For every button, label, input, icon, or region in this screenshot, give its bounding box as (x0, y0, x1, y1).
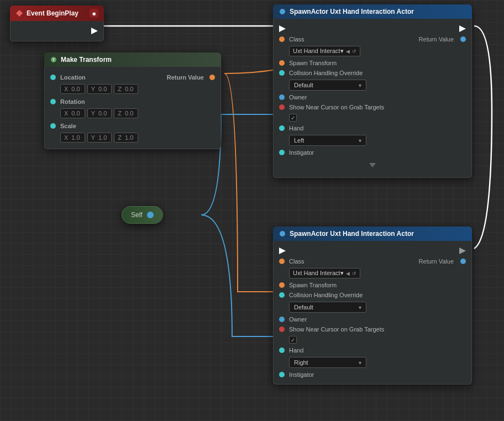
spawn2-show-near-pin[interactable] (279, 327, 285, 332)
spawn2-class-dropdown[interactable]: Uxt Hand Interact▾ ◀ ↺ (289, 268, 360, 278)
spawn2-checkbox[interactable]: ✓ (289, 336, 297, 344)
spawn1-owner-pin[interactable] (279, 94, 285, 100)
spawn2-transform-pin[interactable] (279, 282, 285, 288)
spawn1-show-near-input-row: ✓ (274, 112, 471, 123)
location-z-label: Z (118, 86, 122, 92)
spawn1-exec-out[interactable] (459, 25, 466, 32)
spawn2-class-pin[interactable] (279, 259, 285, 264)
rotation-y-input[interactable]: Y 0.0 (87, 108, 112, 118)
rotation-z-label: Z (118, 110, 122, 117)
event-begin-play-title: Event BeginPlay (27, 9, 78, 17)
spawn1-transform-row: Spawn Transform (274, 58, 471, 68)
spawn1-transform-pin[interactable] (279, 60, 285, 66)
make-transform-body: Location Return Value X 0.0 Y 0.0 Z 0.0 … (44, 67, 221, 149)
spawn2-class-reset-icon[interactable]: ↺ (352, 271, 356, 276)
spawn1-owner-row: Owner (274, 92, 471, 102)
spawn2-collision-label: Collision Handling Override (289, 292, 363, 298)
location-y-input[interactable]: Y 0.0 (87, 84, 112, 94)
spawn1-hand-label-row: Hand (274, 123, 471, 133)
spawn1-instigator-pin[interactable] (279, 150, 285, 155)
location-z-input[interactable]: Z 0.0 (114, 84, 138, 94)
spawn2-return-value-pin[interactable] (460, 259, 466, 264)
spawn1-hand-pin[interactable] (279, 125, 285, 131)
svg-point-3 (280, 9, 285, 14)
spawn2-show-near-label: Show Near Cursor on Grab Targets (289, 326, 384, 333)
rotation-x-input[interactable]: X 0.0 (60, 108, 85, 118)
exec-output-pin[interactable] (91, 28, 98, 34)
return-value-pin[interactable] (209, 75, 215, 80)
rotation-z-input[interactable]: Z 0.0 (114, 108, 138, 118)
event-icon (15, 9, 23, 17)
make-transform-node: T Make Transform Location Return Value X… (44, 52, 221, 149)
spawn1-owner-label: Owner (289, 94, 307, 101)
spawn1-exec-in[interactable] (279, 25, 286, 32)
spawn2-hand-label-row: Hand (274, 345, 471, 355)
rotation-label-row: Rotation (45, 96, 221, 107)
location-y-value: 0.0 (98, 86, 107, 92)
spawn2-owner-pin[interactable] (279, 317, 285, 322)
scale-y-label: Y (91, 134, 95, 141)
spawn1-class-dropdown[interactable]: Uxt Hand Interact▾ ◀ ↺ (289, 46, 360, 56)
spawn1-hand-dropdown[interactable]: Left ▾ (289, 135, 366, 146)
scale-z-input[interactable]: Z 1.0 (114, 133, 138, 143)
scale-input-pin[interactable] (50, 123, 56, 129)
self-node: Self (122, 206, 163, 224)
rotation-x-value: 0.0 (71, 110, 80, 117)
spawn2-exec-in[interactable] (279, 248, 286, 254)
svg-marker-0 (16, 10, 23, 17)
spawn-icon-2 (279, 230, 286, 238)
spawn1-collision-pin[interactable] (279, 70, 285, 76)
event-begin-play-body (10, 21, 104, 41)
close-button[interactable]: ■ (90, 9, 98, 18)
spawn-icon-1 (279, 8, 286, 15)
spawn2-exec-out[interactable] (459, 248, 466, 254)
spawn2-instigator-pin[interactable] (279, 372, 285, 377)
location-label-row: Location Return Value (45, 71, 221, 82)
spawn1-class-reset-icon[interactable]: ↺ (352, 49, 356, 54)
spawn1-class-pin[interactable] (279, 36, 285, 42)
location-x-input[interactable]: X 0.0 (60, 84, 85, 94)
scale-x-value: 1.0 (71, 134, 80, 141)
spawn1-return-value-pin[interactable] (460, 36, 466, 42)
spawn1-exec-row (274, 23, 471, 34)
location-z-value: 0.0 (125, 86, 133, 92)
spawn1-expand-icon[interactable] (369, 163, 376, 167)
rotation-y-value: 0.0 (98, 110, 107, 117)
location-input-pin[interactable] (50, 75, 56, 80)
spawn2-return-value-label: Return Value (419, 258, 454, 265)
make-transform-header: T Make Transform (44, 52, 221, 67)
rotation-label: Rotation (60, 98, 85, 105)
spawn1-class-input-row: Uxt Hand Interact▾ ◀ ↺ (274, 44, 471, 58)
spawn1-collision-dropdown[interactable]: Default ▾ (289, 80, 366, 91)
rotation-input-pin[interactable] (50, 99, 56, 104)
spawn1-show-near-pin[interactable] (279, 104, 285, 110)
self-label: Self (131, 211, 143, 219)
scale-y-input[interactable]: Y 1.0 (87, 133, 112, 143)
spawn2-collision-pin[interactable] (279, 292, 285, 298)
scale-label: Scale (60, 123, 76, 129)
location-x-value: 0.0 (71, 86, 80, 92)
self-output-pin[interactable] (147, 212, 154, 218)
scale-z-label: Z (118, 134, 122, 141)
return-value-label: Return Value (167, 74, 204, 81)
spawn2-collision-value: Default (294, 304, 313, 311)
spawn2-hand-arrow-icon: ▾ (359, 360, 361, 366)
spawn2-class-input-row: Uxt Hand Interact▾ ◀ ↺ (274, 266, 471, 280)
spawn2-transform-row: Spawn Transform (274, 280, 471, 290)
spawn2-collision-arrow-icon: ▾ (359, 304, 361, 311)
svg-point-4 (280, 231, 285, 236)
spawn1-class-value: Uxt Hand Interact▾ (293, 48, 344, 55)
spawn1-checkbox[interactable]: ✓ (289, 114, 297, 122)
spawn2-class-arrow-icon[interactable]: ◀ (346, 271, 350, 276)
spawn1-instigator-label: Instigator (289, 149, 314, 156)
location-y-label: Y (91, 86, 95, 92)
spawn2-hand-value: Right (294, 359, 308, 366)
scale-x-input[interactable]: X 1.0 (60, 133, 85, 143)
spawn1-instigator-row: Instigator (274, 148, 471, 157)
spawn2-hand-dropdown[interactable]: Right ▾ (289, 357, 366, 368)
spawn1-class-arrow-icon[interactable]: ◀ (346, 49, 350, 54)
spawn2-hand-pin[interactable] (279, 348, 285, 353)
spawn2-collision-dropdown[interactable]: Default ▾ (289, 302, 366, 313)
spawn2-hand-label: Hand (289, 347, 303, 354)
spawn-actor-1-header: SpawnActor Uxt Hand Interaction Actor (273, 4, 472, 19)
